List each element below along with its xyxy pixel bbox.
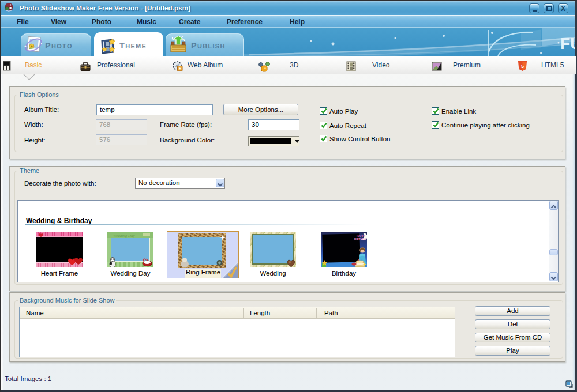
svg-text:5: 5 xyxy=(521,63,524,69)
